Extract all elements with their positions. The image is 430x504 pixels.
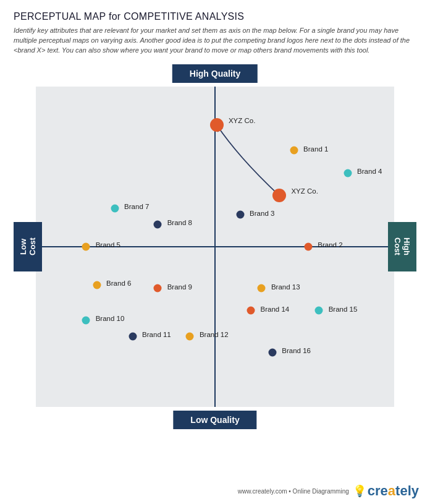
label-xyz2: XYZ Co.: [291, 187, 318, 195]
title-bold: PERCEPTUAL MAP: [14, 11, 106, 22]
title-normal: for COMPETITIVE ANALYSIS: [106, 11, 244, 22]
label-brand2: Brand 2: [318, 241, 342, 249]
label-brand16: Brand 16: [282, 347, 311, 354]
label-brand3: Brand 3: [250, 210, 274, 217]
label-brand13: Brand 13: [271, 283, 300, 291]
label-brand14: Brand 14: [261, 305, 290, 313]
chart-container: High Quality Low Quality Low Cost High C…: [14, 64, 416, 429]
dot-xyz2: [272, 189, 286, 202]
dot-brand3: [236, 211, 244, 219]
footer: www.creately.com • Online Diagramming 💡 …: [238, 483, 419, 499]
dot-brand13: [258, 284, 266, 293]
description-text: Identify key attributes that are relevan…: [14, 26, 416, 56]
dot-brand16: [268, 348, 276, 356]
dot-brand2: [304, 242, 312, 250]
label-xyz1: XYZ Co.: [229, 117, 255, 124]
dot-brand11: [129, 332, 137, 340]
label-brand6: Brand 6: [106, 280, 131, 287]
label-brand10: Brand 10: [96, 315, 125, 322]
axis-bottom-label: Low Quality: [173, 411, 256, 429]
bulb-icon: 💡: [353, 484, 366, 498]
label-brand8: Brand 8: [167, 219, 192, 226]
dot-xyz1: [210, 118, 224, 132]
dot-brand12: [186, 332, 194, 340]
label-brand5: Brand 5: [96, 241, 120, 249]
label-brand12: Brand 12: [200, 331, 229, 338]
dot-brand5: [82, 242, 90, 250]
label-brand1: Brand 1: [303, 145, 328, 153]
dot-brand14: [247, 307, 255, 315]
label-brand4: Brand 4: [357, 168, 382, 175]
dot-brand7: [111, 204, 119, 212]
creately-logo: creately: [368, 483, 419, 499]
dot-brand4: [344, 169, 352, 177]
label-brand11: Brand 11: [142, 331, 171, 338]
axis-right-label: High Cost: [388, 222, 416, 271]
dot-brand6: [93, 281, 101, 289]
label-brand15: Brand 15: [329, 305, 358, 313]
dot-brand9: [154, 284, 162, 293]
dot-brand8: [154, 220, 162, 228]
dot-brand15: [315, 307, 323, 315]
axis-top-label: High Quality: [172, 64, 258, 83]
label-brand7: Brand 7: [124, 203, 149, 210]
footer-url: www.creately.com • Online Diagramming: [238, 488, 349, 495]
map-area: XYZ Co.XYZ Co.Brand 1Brand 4Brand 3Brand…: [36, 87, 394, 407]
page-title: PERCEPTUAL MAP for COMPETITIVE ANALYSIS: [14, 11, 416, 22]
label-brand9: Brand 9: [167, 283, 192, 291]
dot-brand1: [290, 147, 298, 155]
page-wrapper: PERCEPTUAL MAP for COMPETITIVE ANALYSIS …: [0, 0, 430, 504]
axis-left-label: Low Cost: [14, 222, 42, 271]
dot-brand10: [82, 316, 90, 324]
